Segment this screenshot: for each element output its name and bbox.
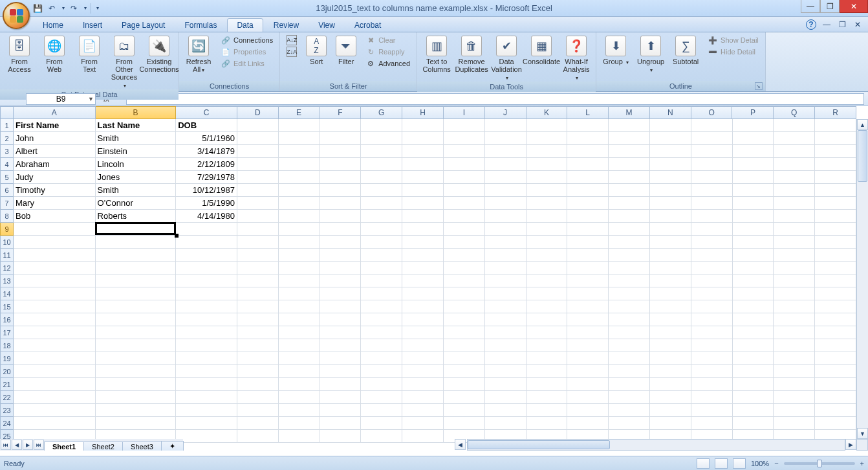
what-if-analysis-button[interactable]: ❓What-IfAnalysis ▾ [561,34,592,82]
from-text-button[interactable]: 📄FromText [74,34,105,73]
cell-A9[interactable] [14,223,96,236]
cell-A14[interactable] [14,287,96,300]
tab-nav-prev-icon[interactable]: ◀ [12,440,22,450]
cell-B19[interactable] [96,352,177,365]
cell-B12[interactable] [96,262,177,274]
cell-R10[interactable] [815,236,856,249]
cell-N11[interactable] [650,249,691,262]
cell-M17[interactable] [609,326,650,339]
cell-L17[interactable] [567,326,609,339]
tab-acrobat[interactable]: Acrobat [345,19,390,32]
cell-D8[interactable] [237,210,279,223]
cell-C13[interactable] [176,274,237,287]
cell-F10[interactable] [320,236,362,249]
cell-O11[interactable] [691,249,733,262]
cell-K15[interactable] [526,300,568,313]
minimize-button[interactable]: — [801,0,820,13]
row-header-1[interactable]: 1 [0,119,14,132]
cell-R4[interactable] [815,158,856,171]
cell-A20[interactable] [14,365,96,378]
cell-L2[interactable] [567,132,609,145]
cell-H23[interactable] [402,404,444,417]
row-header-17[interactable]: 17 [0,326,14,339]
cell-O10[interactable] [691,236,733,249]
cell-L6[interactable] [567,184,609,197]
row-header-15[interactable]: 15 [0,300,14,313]
cell-G14[interactable] [361,287,402,300]
cell-L4[interactable] [567,158,609,171]
cell-E16[interactable] [279,313,320,326]
cell-C16[interactable] [176,313,237,326]
cell-Q11[interactable] [774,249,815,262]
cell-B1[interactable]: Last Name [96,119,177,132]
cell-B10[interactable] [96,236,177,249]
cell-M5[interactable] [609,171,650,184]
cell-M21[interactable] [609,378,650,391]
remove-duplicates-button[interactable]: 🗑RemoveDuplicates [456,34,487,73]
cell-M4[interactable] [609,158,650,171]
cell-K1[interactable] [526,119,568,132]
select-all-corner[interactable] [0,106,14,119]
cell-F5[interactable] [320,171,362,184]
cell-K20[interactable] [526,365,568,378]
cell-C12[interactable] [176,262,237,274]
cell-E2[interactable] [279,132,320,145]
cell-G16[interactable] [361,313,402,326]
cell-C4[interactable]: 2/12/1809 [176,158,237,171]
cell-D23[interactable] [237,404,279,417]
row-header-14[interactable]: 14 [0,287,14,300]
cell-G10[interactable] [361,236,402,249]
cell-C24[interactable] [176,417,237,430]
column-header-F[interactable]: F [320,106,362,119]
column-header-B[interactable]: B [96,106,177,119]
cell-G23[interactable] [361,404,402,417]
redo-dropdown-icon[interactable]: ▾ [84,5,87,11]
cell-N12[interactable] [650,262,691,274]
cell-P19[interactable] [733,352,774,365]
cell-Q6[interactable] [774,184,815,197]
row-header-9[interactable]: 9 [0,223,14,236]
sort-button[interactable]: AZ Sort [303,34,329,65]
from-other-sources-button[interactable]: 🗂From OtherSources ▾ [109,34,140,89]
cell-D6[interactable] [237,184,279,197]
cell-A8[interactable]: Bob [14,210,96,223]
cell-N22[interactable] [650,391,691,404]
cell-B8[interactable]: Roberts [96,210,177,223]
cell-B20[interactable] [96,365,177,378]
cell-H3[interactable] [402,145,444,158]
column-header-O[interactable]: O [691,106,733,119]
connections-button[interactable]: 🔗Connections [218,34,276,46]
outline-launcher-icon[interactable]: ↘ [755,82,763,90]
cell-R23[interactable] [815,404,856,417]
cell-I24[interactable] [444,417,485,430]
cell-E11[interactable] [279,249,320,262]
cell-J3[interactable] [485,145,526,158]
cell-D4[interactable] [237,158,279,171]
cell-F18[interactable] [320,339,362,352]
cell-R22[interactable] [815,391,856,404]
cell-J24[interactable] [485,417,526,430]
cell-B15[interactable] [96,300,177,313]
cell-G8[interactable] [361,210,402,223]
cell-D18[interactable] [237,339,279,352]
cell-P21[interactable] [733,378,774,391]
tab-formulas[interactable]: Formulas [175,19,226,32]
cell-C5[interactable]: 7/29/1978 [176,171,237,184]
cell-P10[interactable] [733,236,774,249]
row-header-23[interactable]: 23 [0,404,14,417]
cell-P5[interactable] [733,171,774,184]
cell-D3[interactable] [237,145,279,158]
cell-H8[interactable] [402,210,444,223]
cell-R9[interactable] [815,223,856,236]
cell-C23[interactable] [176,404,237,417]
cell-I19[interactable] [444,352,485,365]
cell-F16[interactable] [320,313,362,326]
cell-A1[interactable]: First Name [14,119,96,132]
cell-F1[interactable] [320,119,362,132]
cell-Q17[interactable] [774,326,815,339]
cell-G18[interactable] [361,339,402,352]
cell-F8[interactable] [320,210,362,223]
row-header-18[interactable]: 18 [0,339,14,352]
cell-B17[interactable] [96,326,177,339]
vertical-scroll-thumb[interactable] [858,130,867,182]
